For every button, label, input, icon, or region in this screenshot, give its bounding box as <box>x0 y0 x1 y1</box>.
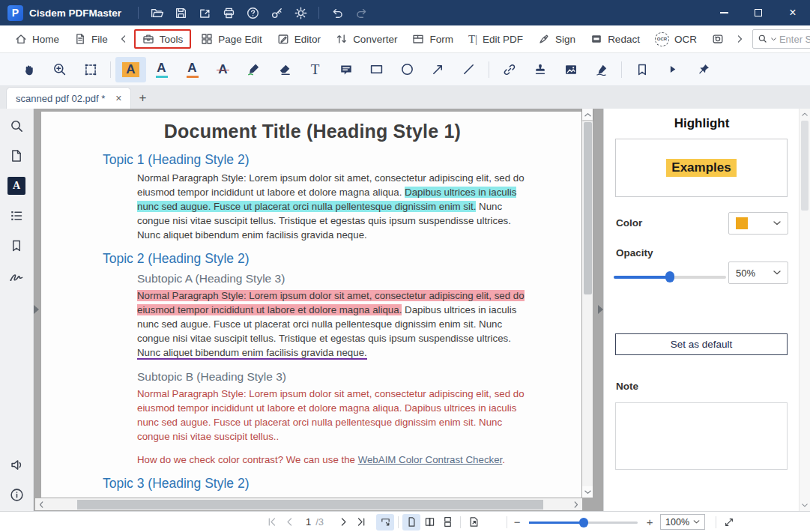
tab-form[interactable]: Form <box>405 29 461 49</box>
underline-tool-icon[interactable]: A <box>177 57 208 82</box>
last-page-icon[interactable] <box>352 514 370 531</box>
panel-scroll-up-icon[interactable] <box>800 109 810 120</box>
tab-home[interactable]: Home <box>7 29 67 49</box>
previous-page-icon[interactable] <box>280 514 298 531</box>
save-icon[interactable] <box>169 2 193 23</box>
vertical-scroll-thumb[interactable] <box>584 122 592 294</box>
document-tab[interactable]: scanned pdf 02.pdf * × <box>6 87 131 109</box>
panel-scroll-down-icon[interactable] <box>800 500 810 511</box>
panel-collapse-handle[interactable] <box>598 305 603 314</box>
link-tool-icon[interactable] <box>494 57 525 82</box>
sidebar-bookmarks-icon[interactable] <box>7 237 25 255</box>
zoom-slider-thumb[interactable] <box>579 518 588 528</box>
pin-tool-icon[interactable] <box>688 57 719 82</box>
eraser-tool-icon[interactable] <box>269 57 300 82</box>
tab-page-edit[interactable]: Page Edit <box>193 29 270 49</box>
zoom-level-dropdown[interactable]: 100% <box>660 514 705 530</box>
stamp-tool-icon[interactable] <box>525 57 555 82</box>
license-key-icon[interactable] <box>265 2 288 23</box>
ribbon-scroll-left-icon[interactable] <box>115 30 132 48</box>
pdf-page[interactable]: Document Title (Heading Style 1) Topic 1… <box>41 112 581 498</box>
opacity-slider[interactable] <box>614 271 726 282</box>
tab-tools[interactable]: Tools <box>134 29 192 49</box>
arrow-tool-icon[interactable] <box>423 57 453 82</box>
info-icon[interactable] <box>7 486 25 504</box>
horizontal-scroll-thumb[interactable] <box>77 500 543 510</box>
sidebar-expand-handle[interactable] <box>34 305 39 314</box>
tab-converter[interactable]: Converter <box>328 29 405 49</box>
vertical-scrollbar[interactable] <box>582 109 593 498</box>
play-expand-icon[interactable] <box>657 57 688 82</box>
ellipse-tool-icon[interactable] <box>392 57 423 82</box>
purple-underline-annotation[interactable]: Nunc aliquet bibendum enim facilisis gra… <box>137 347 367 360</box>
hand-tool-icon[interactable] <box>13 57 44 82</box>
scroll-down-icon[interactable] <box>582 486 593 498</box>
tab-redact[interactable]: Redact <box>583 29 647 49</box>
set-as-default-button[interactable]: Set as default <box>615 333 788 355</box>
undo-icon[interactable] <box>325 2 349 23</box>
opacity-dropdown[interactable]: 50% <box>728 262 788 284</box>
opacity-slider-thumb[interactable] <box>665 271 674 282</box>
zoom-in-tool-icon[interactable] <box>44 57 75 82</box>
panel-scroll-thumb[interactable] <box>801 121 809 211</box>
fit-width-icon[interactable] <box>376 514 394 531</box>
tab-ocr[interactable]: OCROCR <box>647 28 704 50</box>
comment-tool-icon[interactable] <box>330 57 361 82</box>
two-page-view-icon[interactable] <box>420 514 438 531</box>
fullscreen-icon[interactable] <box>720 514 738 531</box>
sidebar-annotations-icon[interactable]: A <box>7 177 25 195</box>
continuous-view-icon[interactable] <box>438 514 456 531</box>
pencil-highlighter-tool-icon[interactable] <box>238 57 269 82</box>
highlight-tool-icon[interactable]: A <box>115 57 146 82</box>
color-dropdown[interactable] <box>728 212 788 235</box>
signature-tool-icon[interactable] <box>586 57 617 82</box>
tab-close-icon[interactable]: × <box>115 92 121 104</box>
ribbon-scroll-right-icon[interactable] <box>731 30 748 48</box>
next-page-icon[interactable] <box>334 514 352 531</box>
single-page-view-icon[interactable] <box>402 514 420 531</box>
minimize-button[interactable] <box>707 0 741 25</box>
zoom-slider[interactable] <box>529 517 638 528</box>
select-marquee-icon[interactable] <box>75 57 106 82</box>
scroll-left-icon[interactable] <box>35 501 47 508</box>
sidebar-thumbnails-icon[interactable] <box>7 147 25 165</box>
strikethrough-tool-icon[interactable]: A <box>208 57 238 82</box>
add-text-tool-icon[interactable]: T <box>300 57 330 82</box>
close-button[interactable]: × <box>776 0 810 25</box>
rectangle-tool-icon[interactable] <box>361 57 392 82</box>
current-page-number[interactable]: 1 <box>306 516 311 528</box>
tab-editor[interactable]: Editor <box>270 29 328 49</box>
sidebar-search-icon[interactable] <box>7 117 25 135</box>
text-color-tool-icon[interactable]: A <box>146 57 177 82</box>
webaim-link[interactable]: WebAIM Color Contrast Checker <box>358 454 503 465</box>
help-icon[interactable] <box>241 2 265 23</box>
new-tab-button[interactable]: + <box>131 88 154 109</box>
search-input[interactable] <box>779 34 810 45</box>
maximize-button[interactable] <box>741 0 776 25</box>
sidebar-signature-icon[interactable] <box>7 267 25 285</box>
line-tool-icon[interactable] <box>453 57 484 82</box>
zoom-out-icon[interactable]: − <box>511 516 523 528</box>
page-export-icon[interactable] <box>465 514 483 531</box>
zoom-in-icon[interactable]: + <box>644 516 656 528</box>
panel-scrollbar[interactable] <box>799 109 810 511</box>
snapshot-button[interactable] <box>704 29 731 49</box>
tab-sign[interactable]: Sign <box>531 29 583 49</box>
search-box[interactable] <box>752 29 810 49</box>
sidebar-list-icon[interactable] <box>7 207 25 225</box>
horizontal-scrollbar[interactable] <box>35 498 582 510</box>
scroll-up-icon[interactable] <box>582 109 593 120</box>
bookmark-tool-icon[interactable] <box>626 57 657 82</box>
tab-edit-pdf[interactable]: T|Edit PDF <box>461 29 531 49</box>
read-aloud-icon[interactable] <box>7 456 25 474</box>
image-tool-icon[interactable] <box>555 57 586 82</box>
scroll-right-icon[interactable] <box>570 501 582 508</box>
note-textarea[interactable] <box>615 402 788 470</box>
first-page-icon[interactable] <box>262 514 280 531</box>
redo-icon[interactable] <box>349 2 373 23</box>
settings-gear-icon[interactable] <box>288 2 312 23</box>
share-icon[interactable] <box>193 2 217 23</box>
open-file-icon[interactable] <box>145 2 169 23</box>
tab-file[interactable]: File <box>67 29 115 49</box>
print-icon[interactable] <box>217 2 241 23</box>
